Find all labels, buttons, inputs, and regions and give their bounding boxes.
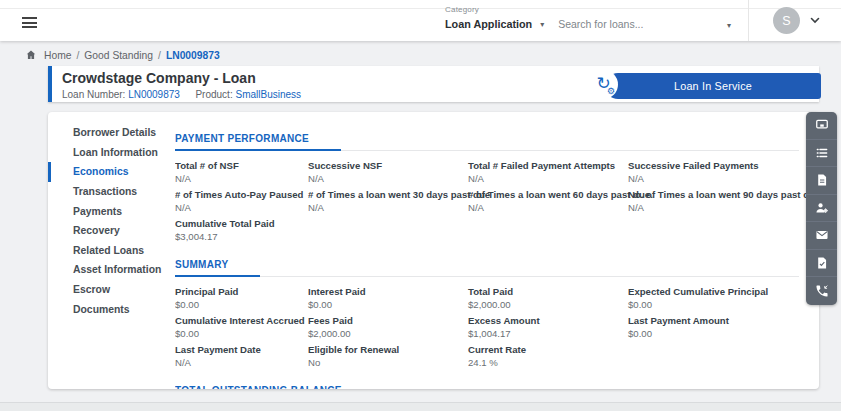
screen-share-icon[interactable] [806, 112, 837, 140]
section-summary: SUMMARYPrincipal Paid$0.00Interest Paid$… [175, 254, 799, 368]
field-value: $0.00 [175, 299, 308, 310]
chevron-down-icon [810, 17, 820, 24]
document-check-icon[interactable] [806, 250, 837, 278]
field-value: $1,004.17 [468, 328, 628, 339]
field-label: # of Times a loan went 30 days past due [308, 189, 468, 200]
loan-number-link[interactable]: LN0009873 [128, 89, 180, 100]
sidebar-item-payments[interactable]: Payments [48, 201, 175, 221]
field-value: $0.00 [628, 299, 799, 310]
avatar: S [773, 7, 800, 34]
search-dropdown-icon[interactable]: ▾ [727, 21, 731, 30]
user-settings-icon[interactable] [806, 195, 837, 223]
field-current-rate: Current Rate24.1 % [468, 344, 628, 368]
field-label: Cumulative Interest Accrued [175, 315, 308, 326]
field-grid: Principal Paid$0.00Interest Paid$0.00Tot… [175, 286, 799, 368]
section-total-outstanding-balance: TOTAL OUTSTANDING BALANCEPrincipal Outst… [175, 380, 799, 389]
category-caret-icon[interactable]: ▾ [540, 20, 544, 29]
sidebar-item-related-loans[interactable]: Related Loans [48, 241, 175, 261]
field-successive-failed-payments: Successive Failed PaymentsN/A [628, 160, 819, 184]
field-eligible-for-renewal: Eligible for RenewalNo [308, 344, 468, 368]
section-header: TOTAL OUTSTANDING BALANCE [175, 380, 799, 389]
menu-icon[interactable] [22, 17, 37, 29]
field-value: N/A [628, 202, 819, 213]
field-cumulative-total-paid: Cumulative Total Paid$3,004.17 [175, 218, 308, 242]
field-value: $2,000.00 [468, 299, 628, 310]
list-icon[interactable] [806, 140, 837, 168]
field-label: Eligible for Renewal [308, 344, 468, 355]
breadcrumb-separator: / [76, 50, 79, 61]
field-cumulative-interest-accrued: Cumulative Interest Accrued$0.00 [175, 315, 308, 339]
field-label: # of Times a loan went 60 days past due. [468, 189, 628, 200]
field-value: N/A [468, 173, 628, 184]
top-app-bar: Category Loan Application ▾ ▾ S [0, 0, 841, 41]
sync-settings-icon[interactable]: ↻ ⚙ [589, 70, 618, 99]
loan-search: Category Loan Application ▾ [445, 5, 745, 39]
field-label: Interest Paid [308, 286, 468, 297]
field-of-times-auto-pay-paused: # of Times Auto-Pay PausedN/A [175, 189, 308, 213]
field-interest-paid: Interest Paid$0.00 [308, 286, 468, 310]
bottom-strip [0, 402, 841, 411]
product-link[interactable]: SmallBusiness [235, 89, 301, 100]
sidebar-item-transactions[interactable]: Transactions [48, 182, 175, 202]
loan-detail-card: Borrower DetailsLoan InformationEconomic… [48, 112, 819, 389]
field-label: Fees Paid [308, 315, 468, 326]
field-of-times-a-loan-went-60-days-past-due: # of Times a loan went 60 days past due.… [468, 189, 628, 213]
sidebar-item-economics[interactable]: Economics [48, 162, 175, 182]
sidebar-item-recovery[interactable]: Recovery [48, 221, 175, 241]
loan-number-label: Loan Number: [62, 89, 125, 100]
breadcrumb-item-ln0009873: LN0009873 [166, 50, 220, 61]
field-no-of-times-a-loan-went-90-days-past-due: No. of Times a loan went 90 days past du… [628, 189, 819, 213]
field-excess-amount: Excess Amount$1,004.17 [468, 315, 628, 339]
sidebar-item-escrow[interactable]: Escrow [48, 280, 175, 300]
category-select[interactable]: Loan Application [445, 18, 532, 30]
field-label: Total Paid [468, 286, 628, 297]
field-total-paid: Total Paid$2,000.00 [468, 286, 628, 310]
section-nav: Borrower DetailsLoan InformationEconomic… [48, 112, 175, 389]
section-title: TOTAL OUTSTANDING BALANCE [175, 385, 374, 389]
field-label: Excess Amount [468, 315, 628, 326]
field-value: 24.1 % [468, 357, 628, 368]
field-label: Cumulative Total Paid [175, 218, 308, 229]
field-value: N/A [175, 202, 308, 213]
field-label: Expected Cumulative Principal [628, 286, 799, 297]
sidebar-item-borrower-details[interactable]: Borrower Details [48, 123, 175, 143]
sidebar-item-documents[interactable]: Documents [48, 299, 175, 319]
user-menu[interactable]: S [773, 7, 820, 34]
field-value: N/A [175, 173, 308, 184]
field-fees-paid: Fees Paid$2,000.00 [308, 315, 468, 339]
right-toolbar [806, 112, 837, 305]
section-header: SUMMARY [175, 254, 799, 277]
field-value: $2,000.00 [308, 328, 468, 339]
search-input[interactable] [558, 18, 738, 30]
field-label: Total # Failed Payment Attempts [468, 160, 628, 171]
field-value: N/A [628, 173, 819, 184]
category-label: Category [445, 5, 745, 14]
section-header: PAYMENT PERFORMANCE [175, 128, 799, 151]
field-value: N/A [308, 202, 468, 213]
field-label: Principal Paid [175, 286, 308, 297]
field-successive-nsf: Successive NSFN/A [308, 160, 468, 184]
field-label: Last Payment Amount [628, 315, 799, 326]
field-value: $0.00 [175, 328, 308, 339]
field-label: No. of Times a loan went 90 days past du… [628, 189, 819, 200]
field-total-failed-payment-attempts: Total # Failed Payment AttemptsN/A [468, 160, 628, 184]
document-icon[interactable] [806, 167, 837, 195]
mail-icon[interactable] [806, 222, 837, 250]
field-label: Successive Failed Payments [628, 160, 819, 171]
field-of-times-a-loan-went-30-days-past-due: # of Times a loan went 30 days past dueN… [308, 189, 468, 213]
breadcrumb-item-home[interactable]: Home [44, 50, 71, 61]
breadcrumb-item-good-standing[interactable]: Good Standing [84, 50, 153, 61]
field-value: N/A [308, 173, 468, 184]
call-icon[interactable] [806, 277, 837, 305]
field-value: N/A [468, 202, 628, 213]
sidebar-item-loan-information[interactable]: Loan Information [48, 143, 175, 163]
sidebar-item-asset-information[interactable]: Asset Information [48, 260, 175, 280]
field-value: No [308, 357, 468, 368]
field-grid: Total # of NSFN/ASuccessive NSFN/ATotal … [175, 160, 799, 242]
section-payment-performance: PAYMENT PERFORMANCETotal # of NSFN/ASucc… [175, 128, 799, 242]
home-icon[interactable] [25, 49, 37, 61]
field-total-of-nsf: Total # of NSFN/A [175, 160, 308, 184]
field-expected-cumulative-principal: Expected Cumulative Principal$0.00 [628, 286, 799, 310]
avatar-initial: S [782, 14, 790, 28]
field-label: # of Times Auto-Pay Paused [175, 189, 308, 200]
